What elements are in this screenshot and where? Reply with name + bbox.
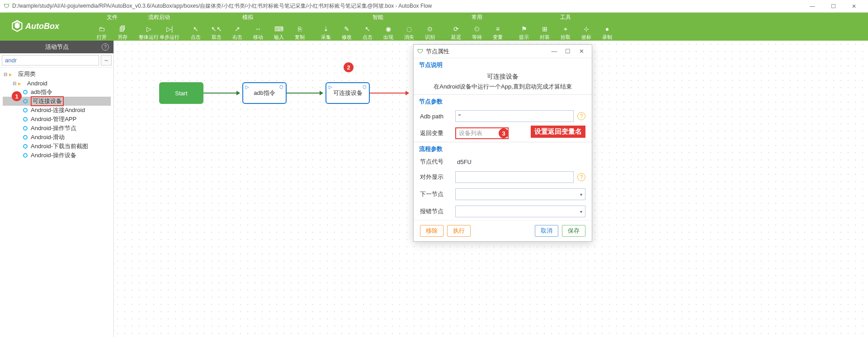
- toolbar-button-拾取[interactable]: ⌖拾取: [555, 22, 576, 41]
- node-adb[interactable]: ▷ ⬡ adb指令: [242, 82, 287, 104]
- toolbar-button-等待[interactable]: ⏲等待: [467, 22, 487, 41]
- tree-item[interactable]: Android-操作节点: [3, 124, 111, 133]
- toolbar-icon: ✎: [344, 25, 349, 33]
- toolbar-button-提示[interactable]: ⚑提示: [514, 22, 534, 41]
- toolbar-button-整体运行[interactable]: ▷整体运行: [138, 22, 159, 41]
- logo: AutoBox: [0, 13, 89, 41]
- toolbar-button-点击[interactable]: ↖点击: [357, 22, 378, 41]
- sidebar-header: 活动节点 ?: [0, 41, 113, 53]
- flow-row-display: 对外显示 ?: [414, 168, 592, 186]
- toolbar-button-点击[interactable]: ↖点击: [185, 22, 206, 41]
- close-button[interactable]: ✕: [844, 0, 864, 13]
- help-icon[interactable]: ?: [577, 112, 585, 120]
- next-node-combo[interactable]: ▾: [455, 188, 585, 200]
- save-button[interactable]: 保存: [562, 225, 585, 237]
- minimize-button[interactable]: —: [802, 0, 823, 13]
- tree-item[interactable]: Android-滑动: [3, 133, 111, 142]
- toolbar-button-修改[interactable]: ✎修改: [336, 22, 357, 41]
- param-label: Adb path: [420, 113, 452, 120]
- toolbar-button-label: 单步运行: [160, 34, 179, 41]
- port-in-icon[interactable]: ▷: [329, 84, 332, 89]
- tree-folder-android[interactable]: ⊟ ▸ Android: [3, 79, 111, 88]
- toolbar-button-延迟[interactable]: ⟳延迟: [446, 22, 467, 41]
- node-icon: [22, 153, 29, 158]
- panel-close-button[interactable]: ✕: [575, 48, 588, 55]
- toolbar-button-打开[interactable]: 🗀打开: [91, 22, 112, 41]
- shield-icon: 🛡: [4, 3, 9, 9]
- toolbar-button-另存[interactable]: 🗐另存: [112, 22, 133, 41]
- window-titlebar: 🛡 D:/wample/study/AI/AI-poju/wemdia/RPA/…: [0, 0, 868, 13]
- search-toggle-button[interactable]: ~: [101, 55, 112, 66]
- toolbar-icon: 🗐: [119, 25, 126, 33]
- node-icon: [22, 89, 29, 95]
- toolbar-button-label: 点击: [363, 34, 373, 41]
- help-icon[interactable]: ?: [102, 43, 109, 51]
- maximize-button[interactable]: ☐: [823, 0, 844, 13]
- tree-item[interactable]: Android-操作设备: [3, 151, 111, 160]
- annotation-label: 设置返回变量名: [531, 126, 585, 138]
- toolbar-button-复制[interactable]: ⎘复制: [289, 22, 310, 41]
- svg-point-3: [24, 90, 27, 94]
- toolbar-button-label: 出现: [383, 34, 393, 41]
- tree-item[interactable]: Android-下载当前截图: [3, 142, 111, 151]
- toolbar-button-识别[interactable]: ⊙识别: [420, 22, 440, 41]
- return-var-combo[interactable]: 设备列表 3: [455, 127, 509, 139]
- node-icon: [22, 126, 29, 131]
- toolbar-icon: ≡: [496, 25, 500, 33]
- toolbar-button-出现[interactable]: ◉出现: [378, 22, 399, 41]
- tree-item[interactable]: Android-连接Android: [3, 106, 111, 115]
- display-input[interactable]: [455, 171, 574, 183]
- port-in-icon[interactable]: ▷: [245, 84, 249, 89]
- toolbar-icon: ⊙: [427, 25, 433, 33]
- node-connectable[interactable]: ▷ ⬡ 可连接设备: [326, 82, 370, 104]
- remove-button[interactable]: 移除: [420, 225, 443, 237]
- search-input[interactable]: [2, 55, 99, 66]
- toolbar-icon: ⎘: [298, 25, 302, 33]
- adb-path-input[interactable]: [455, 110, 574, 122]
- toolbar-button-单步运行[interactable]: ▷|单步运行: [159, 22, 180, 41]
- toolbar-icon: ↗: [235, 25, 240, 33]
- properties-panel: 🛡 节点属性 — ☐ ✕ 节点说明 可连接设备 在Android设备中运行一个A…: [413, 44, 592, 242]
- flow-row-error: 报错节点 ▾: [414, 203, 592, 220]
- collapse-icon[interactable]: ⊟: [4, 72, 9, 77]
- toolbar-button-坐标[interactable]: ⊹坐标: [576, 22, 597, 41]
- error-node-combo[interactable]: ▾: [455, 206, 585, 217]
- sidebar: 活动节点 ? ~ ⊟ ▸ 应用类 ⊟ ▸ Android adb指令: [0, 41, 114, 337]
- tree-item[interactable]: Android-管理APP: [3, 115, 111, 124]
- tree-item-label: 可连接设备: [31, 96, 64, 106]
- param-label: 对外显示: [420, 173, 452, 181]
- svg-point-7: [24, 126, 27, 130]
- tree-folder-root[interactable]: ⊟ ▸ 应用类: [3, 70, 111, 79]
- cancel-button[interactable]: 取消: [535, 225, 558, 237]
- svg-text:AutoBox: AutoBox: [25, 22, 60, 31]
- port-out-icon[interactable]: ⬡: [279, 84, 283, 89]
- panel-maximize-button[interactable]: ☐: [561, 48, 575, 55]
- param-row-adbpath: Adb path ?: [414, 108, 592, 125]
- port-out-icon[interactable]: ⬡: [363, 84, 367, 89]
- toolbar-button-双击[interactable]: ↖↖双击: [206, 22, 227, 41]
- param-label: 报错节点: [420, 207, 452, 215]
- toolbar-icon: ⊞: [542, 25, 547, 33]
- toolbar-group-label: 工具: [514, 13, 618, 22]
- node-code-value: d5FU: [455, 159, 585, 165]
- toolbar-icon: ↖↖: [211, 25, 222, 33]
- toolbar-button-移动[interactable]: ↔移动: [248, 22, 269, 41]
- toolbar-button-封装[interactable]: ⊞封装: [534, 22, 555, 41]
- toolbar-icon: ⊹: [584, 25, 589, 33]
- collapse-icon[interactable]: ⊟: [13, 81, 18, 86]
- toolbar-button-label: 右击: [232, 34, 242, 41]
- toolbar-button-录制[interactable]: ●录制: [597, 22, 618, 41]
- node-start[interactable]: Start: [159, 82, 203, 104]
- panel-minimize-button[interactable]: —: [547, 48, 561, 55]
- help-icon[interactable]: ?: [577, 173, 585, 181]
- execute-button[interactable]: 执行: [447, 225, 471, 237]
- tree-item-label: Android-下载当前截图: [31, 142, 88, 150]
- toolbar-button-输入[interactable]: ⌨输入: [269, 22, 289, 41]
- toolbar-button-采集[interactable]: ⇣采集: [316, 22, 336, 41]
- toolbar-button-变量[interactable]: ≡变量: [487, 22, 508, 41]
- toolbar-button-消失[interactable]: ◌消失: [399, 22, 420, 41]
- panel-titlebar[interactable]: 🛡 节点属性 — ☐ ✕: [414, 45, 592, 58]
- toolbar-icon: ▷: [146, 25, 151, 33]
- toolbar-button-右击[interactable]: ↗右击: [227, 22, 248, 41]
- window-controls: — ☐ ✕: [802, 0, 864, 13]
